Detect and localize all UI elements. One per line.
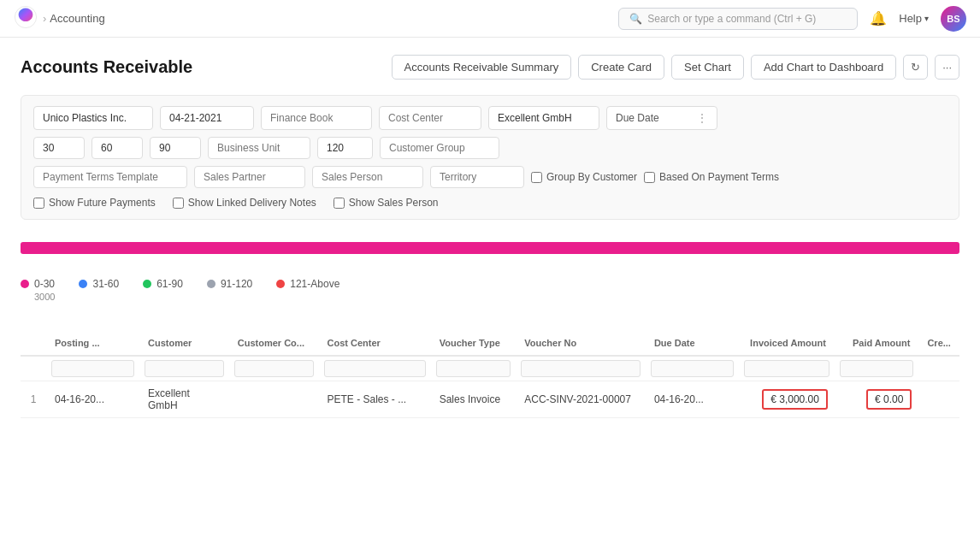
legend-label-61-90: 61-90 (156, 278, 183, 290)
search-bar[interactable]: 🔍 Search or type a command (Ctrl + G) (618, 8, 858, 30)
territory-filter[interactable] (430, 166, 524, 188)
customer-group-filter[interactable] (380, 137, 499, 159)
col-header-cost-center[interactable]: Cost Center (319, 331, 431, 356)
aging-30-filter[interactable] (33, 137, 85, 159)
payment-terms-template-filter[interactable] (33, 166, 187, 188)
cell-posting-date: 04-16-20... (46, 381, 139, 418)
col-header-credit[interactable]: Cre... (918, 331, 959, 356)
help-label: Help (899, 12, 922, 25)
page-actions: Accounts Receivable Summary Create Card … (392, 55, 959, 80)
table-filter-due-date[interactable] (651, 360, 734, 377)
col-header-voucher-no[interactable]: Voucher No (516, 331, 646, 356)
group-by-customer-checkbox-label[interactable]: Group By Customer (531, 171, 637, 183)
paid-amount-value: € 0.00 (866, 389, 912, 410)
filter-area: Due Date ⋮ Group By Customer (21, 95, 959, 220)
chart-legend: 0-30 3000 31-60 61-90 91-120 121-Above (21, 271, 959, 302)
refresh-button[interactable]: ↻ (903, 55, 928, 80)
legend-label-91-120: 91-120 (221, 278, 252, 290)
show-linked-delivery-notes-checkbox[interactable] (173, 198, 184, 209)
col-header-posting-date[interactable]: Posting ... (46, 331, 139, 356)
search-placeholder: Search or type a command (Ctrl + G) (647, 13, 816, 25)
table-filter-voucher-type[interactable] (436, 360, 511, 377)
legend-dot-61-90 (143, 280, 151, 288)
col-header-invoiced-amount[interactable]: Invoiced Amount (739, 331, 835, 356)
table-filter-invoiced-amount[interactable] (744, 360, 829, 377)
accounts-receivable-summary-button[interactable]: Accounts Receivable Summary (392, 55, 572, 80)
date-filter[interactable] (160, 106, 254, 130)
legend-label-31-60: 31-60 (92, 278, 119, 290)
user-avatar[interactable]: BS (941, 6, 966, 32)
company-filter[interactable] (33, 106, 153, 130)
finance-book-filter[interactable] (261, 106, 372, 130)
legend-item-31-60: 31-60 (79, 278, 119, 290)
app-logo[interactable] (14, 5, 38, 32)
col-header-voucher-type[interactable]: Voucher Type (431, 331, 517, 356)
legend-dot-31-60 (79, 280, 87, 288)
show-future-payments-label[interactable]: Show Future Payments (33, 197, 156, 209)
due-date-filter[interactable]: Due Date ⋮ (606, 106, 717, 130)
chart-bar-container (21, 242, 959, 254)
table-filter-customer[interactable] (145, 360, 224, 377)
col-header-customer[interactable]: Customer (139, 331, 229, 356)
notification-bell[interactable]: 🔔 (870, 10, 887, 27)
cell-paid-amount: € 0.00 (835, 381, 918, 418)
table-filter-paid-amount[interactable] (840, 360, 913, 377)
table-filter-row (21, 356, 959, 381)
based-on-payment-terms-label: Based On Payment Terms (659, 171, 779, 183)
customer-filter[interactable] (488, 106, 599, 130)
help-chevron-icon: ▾ (924, 14, 929, 23)
chart-area: 0-30 3000 31-60 61-90 91-120 121-Above (21, 233, 959, 310)
breadcrumb-chevron: › (43, 12, 46, 25)
invoiced-amount-value: € 3,000.00 (762, 389, 828, 410)
sales-partner-filter[interactable] (194, 166, 305, 188)
table-header-row: Posting ... Customer Customer Co... Cost… (21, 331, 959, 356)
col-header-customer-co[interactable]: Customer Co... (229, 331, 319, 356)
app-name[interactable]: Accounting (50, 12, 104, 25)
show-sales-person-checkbox[interactable] (334, 198, 345, 209)
show-linked-delivery-notes-label[interactable]: Show Linked Delivery Notes (173, 197, 316, 209)
bottom-checkboxes: Show Future Payments Show Linked Deliver… (33, 197, 947, 209)
filter-row-2 (33, 137, 947, 159)
sales-person-filter[interactable] (312, 166, 423, 188)
legend-label-121-above: 121-Above (290, 278, 339, 290)
show-future-payments-checkbox[interactable] (33, 198, 44, 209)
col-header-due-date[interactable]: Due Date (646, 331, 739, 356)
col-header-paid-amount[interactable]: Paid Amount (835, 331, 918, 356)
table-filter-posting-date[interactable] (51, 360, 134, 377)
table-filter-cost-center[interactable] (324, 360, 426, 377)
due-date-label: Due Date (616, 112, 659, 124)
set-chart-button[interactable]: Set Chart (671, 55, 744, 80)
filter-row-3: Group By Customer Based On Payment Terms (33, 166, 947, 188)
group-by-customer-label: Group By Customer (546, 171, 637, 183)
legend-value-0-30: 3000 (21, 292, 55, 302)
show-sales-person-label[interactable]: Show Sales Person (334, 197, 439, 209)
chart-bar (21, 242, 959, 254)
based-on-payment-terms-checkbox[interactable] (644, 172, 655, 183)
legend-dot-91-120 (207, 280, 215, 288)
more-options-button[interactable]: ··· (935, 55, 959, 80)
group-by-customer-checkbox[interactable] (531, 172, 542, 183)
business-unit-filter[interactable] (208, 137, 310, 159)
create-card-button[interactable]: Create Card (578, 55, 664, 80)
data-table: Posting ... Customer Customer Co... Cost… (21, 331, 959, 418)
cell-invoiced-amount: € 3,000.00 (739, 381, 835, 418)
cost-center-filter[interactable] (379, 106, 481, 130)
legend-item-61-90: 61-90 (143, 278, 183, 290)
table-filter-voucher-no[interactable] (521, 360, 641, 377)
aging-60-filter[interactable] (92, 137, 143, 159)
page-title: Accounts Receivable (21, 57, 392, 77)
search-icon: 🔍 (629, 13, 642, 25)
page-header: Accounts Receivable Accounts Receivable … (21, 55, 959, 80)
add-chart-button[interactable]: Add Chart to Dashboard (751, 55, 896, 80)
table-filter-customer-co[interactable] (234, 360, 314, 377)
aging-90-filter[interactable] (150, 137, 201, 159)
aging-120-filter[interactable] (317, 137, 373, 159)
based-on-payment-terms-checkbox-label[interactable]: Based On Payment Terms (644, 171, 779, 183)
cell-customer: Excellent GmbH (139, 381, 229, 418)
legend-dot-0-30 (21, 280, 29, 288)
help-menu[interactable]: Help ▾ (899, 12, 929, 25)
due-date-options-icon: ⋮ (696, 111, 708, 125)
legend-item-91-120: 91-120 (207, 278, 252, 290)
cell-credit (918, 381, 959, 418)
table-row[interactable]: 1 04-16-20... Excellent GmbH PETE - Sale… (21, 381, 959, 418)
